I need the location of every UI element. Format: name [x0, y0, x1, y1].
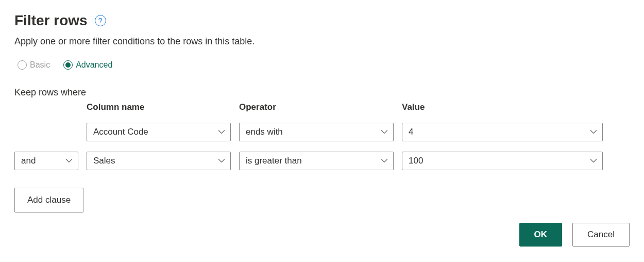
- radio-advanced-label: Advanced: [76, 60, 112, 70]
- help-icon[interactable]: ?: [95, 15, 106, 26]
- dialog-footer: OK Cancel: [519, 223, 630, 247]
- chevron-down-icon: [381, 157, 388, 165]
- operator-select-1-value: is greater than: [246, 156, 302, 166]
- chevron-down-icon: [218, 128, 225, 136]
- chevron-down-icon: [65, 157, 73, 165]
- radio-basic[interactable]: Basic: [18, 60, 50, 70]
- page-title: Filter rows: [14, 12, 88, 29]
- logic-select-1[interactable]: and: [14, 152, 78, 170]
- grid-spacer: [14, 107, 78, 108]
- ok-button[interactable]: OK: [519, 223, 563, 247]
- radio-unselected-icon: [18, 60, 27, 70]
- page-subtitle: Apply one or more filter conditions to t…: [14, 36, 630, 47]
- operator-select-0[interactable]: ends with: [239, 123, 394, 141]
- column-select-0-value: Account Code: [93, 127, 148, 137]
- column-select-0[interactable]: Account Code: [87, 123, 231, 141]
- grid-spacer: [14, 132, 78, 133]
- logic-select-1-value: and: [21, 156, 36, 166]
- mode-radio-group: Basic Advanced: [18, 60, 630, 70]
- chevron-down-icon: [218, 157, 225, 165]
- value-select-0-value: 4: [409, 127, 413, 137]
- value-header: Value: [402, 102, 603, 112]
- operator-select-1[interactable]: is greater than: [239, 152, 394, 170]
- radio-advanced[interactable]: Advanced: [63, 60, 112, 70]
- operator-select-0-value: ends with: [246, 127, 283, 137]
- chevron-down-icon: [590, 157, 597, 165]
- cancel-button[interactable]: Cancel: [572, 223, 630, 247]
- value-select-0[interactable]: 4: [402, 123, 603, 141]
- radio-basic-label: Basic: [30, 60, 50, 70]
- filter-grid: Column name Operator Value Account Code …: [14, 102, 630, 170]
- chevron-down-icon: [381, 128, 388, 136]
- value-select-1[interactable]: 100: [402, 152, 603, 170]
- column-select-1-value: Sales: [93, 156, 115, 166]
- keep-rows-label: Keep rows where: [14, 87, 630, 98]
- column-select-1[interactable]: Sales: [87, 152, 231, 170]
- radio-selected-icon: [63, 60, 73, 70]
- value-select-1-value: 100: [409, 156, 423, 166]
- add-clause-button[interactable]: Add clause: [14, 188, 83, 212]
- operator-header: Operator: [239, 102, 394, 112]
- chevron-down-icon: [590, 128, 597, 136]
- column-name-header: Column name: [87, 102, 231, 112]
